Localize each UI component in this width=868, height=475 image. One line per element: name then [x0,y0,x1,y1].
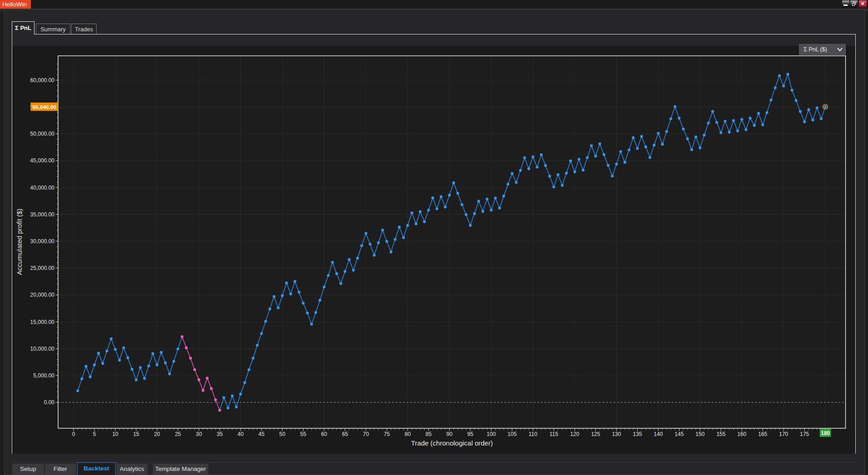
svg-text:50,000.00: 50,000.00 [30,131,55,137]
svg-text:45,000.00: 45,000.00 [30,157,55,164]
svg-text:15: 15 [133,431,139,437]
svg-text:55,040.00: 55,040.00 [33,104,57,110]
svg-text:5: 5 [93,431,96,437]
svg-text:35,000.00: 35,000.00 [30,211,55,218]
svg-text:40: 40 [238,431,244,437]
svg-text:20: 20 [154,431,160,437]
svg-text:25,000.00: 25,000.00 [30,265,55,271]
svg-text:95: 95 [467,431,474,437]
svg-text:155: 155 [716,431,726,437]
svg-text:115: 115 [549,431,558,437]
svg-text:0.00: 0.00 [44,399,55,406]
svg-text:35: 35 [217,431,223,437]
svg-text:45: 45 [259,431,265,437]
svg-text:80: 80 [405,431,411,437]
svg-text:125: 125 [591,431,600,437]
svg-text:150: 150 [696,431,705,437]
svg-text:Trade (chronological order): Trade (chronological order) [411,439,493,447]
svg-text:30,000.00: 30,000.00 [30,238,55,245]
svg-text:60: 60 [321,431,328,437]
svg-text:140: 140 [654,431,663,437]
svg-text:90: 90 [446,431,453,437]
svg-text:65: 65 [342,431,348,437]
svg-text:50: 50 [280,431,286,437]
svg-text:120: 120 [570,431,579,437]
svg-text:135: 135 [633,431,642,437]
svg-text:130: 130 [612,431,621,437]
svg-text:0: 0 [72,431,75,437]
svg-text:15,000.00: 15,000.00 [30,319,55,325]
svg-text:110: 110 [529,431,537,437]
svg-text:165: 165 [758,431,767,437]
svg-text:100: 100 [487,431,496,437]
svg-text:160: 160 [737,431,746,437]
svg-text:Accumulated profit ($): Accumulated profit ($) [15,209,23,275]
svg-text:25: 25 [175,431,181,437]
svg-text:30: 30 [196,431,202,437]
svg-text:40,000.00: 40,000.00 [30,185,55,191]
svg-text:70: 70 [363,431,369,437]
svg-text:85: 85 [426,431,432,437]
svg-text:5,000.00: 5,000.00 [33,372,54,379]
svg-text:55: 55 [300,431,307,437]
svg-text:60,000.00: 60,000.00 [30,77,55,83]
svg-text:175: 175 [800,431,809,437]
svg-text:20,000.00: 20,000.00 [30,292,55,298]
svg-text:10: 10 [112,431,118,437]
svg-text:105: 105 [508,431,517,437]
svg-text:145: 145 [675,431,684,437]
svg-text:75: 75 [384,431,390,437]
svg-text:170: 170 [779,431,788,437]
svg-text:180: 180 [821,430,830,436]
svg-text:10,000.00: 10,000.00 [30,346,55,352]
